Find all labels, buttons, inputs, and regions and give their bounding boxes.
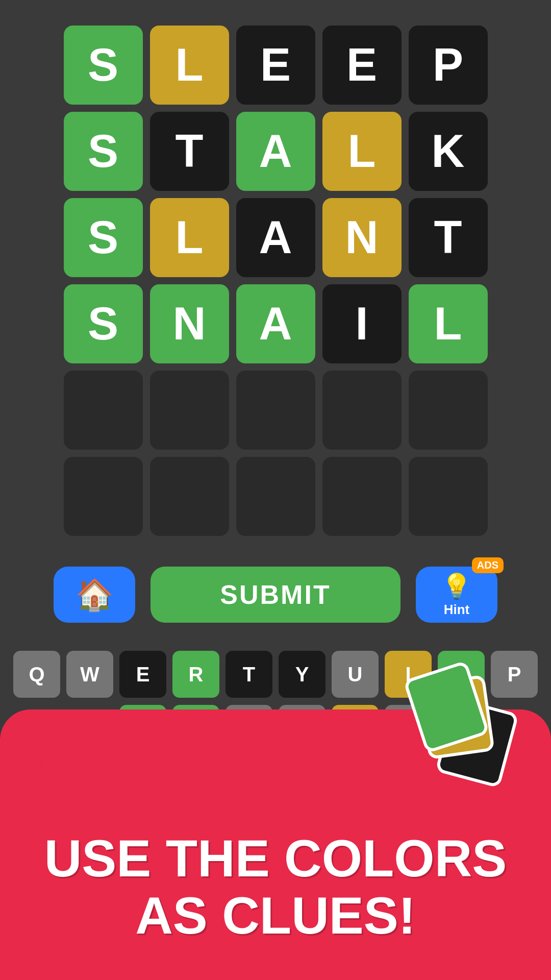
promo-text: USE THE COLORS AS CLUES!: [44, 830, 507, 944]
tile-6-5: [409, 457, 488, 536]
tile-3-5: T: [409, 198, 488, 277]
submit-label: SUBMIT: [220, 579, 331, 610]
promo-line1: USE THE COLORS: [44, 829, 507, 888]
tile-4-5: L: [409, 284, 488, 363]
grid-row-4: S N A I L: [64, 284, 488, 363]
tile-1-5: P: [409, 26, 488, 105]
card-stack-decoration: [408, 669, 510, 781]
bottom-promo: USE THE COLORS AS CLUES!: [0, 709, 551, 980]
tile-1-1: S: [64, 26, 143, 105]
grid-row-1: S L E E P: [64, 26, 488, 105]
tile-6-3: [236, 457, 315, 536]
grid-row-5: [64, 371, 488, 450]
tile-5-3: [236, 371, 315, 450]
promo-line2: AS CLUES!: [135, 887, 416, 945]
bulb-icon: 💡: [441, 572, 472, 601]
submit-button[interactable]: SUBMIT: [151, 567, 400, 623]
grid-row-3: S L A N T: [64, 198, 488, 277]
hint-label: Hint: [444, 602, 470, 618]
tile-1-3: E: [236, 26, 315, 105]
tile-5-5: [409, 371, 488, 450]
key-U[interactable]: U: [332, 651, 379, 698]
tile-1-4: E: [322, 26, 402, 105]
tile-6-4: [322, 457, 402, 536]
ads-badge: ADS: [472, 557, 504, 573]
tile-4-2: N: [150, 284, 229, 363]
tile-2-3: A: [236, 112, 315, 191]
key-Y[interactable]: Y: [279, 651, 325, 698]
key-W[interactable]: W: [66, 651, 113, 698]
tile-3-1: S: [64, 198, 143, 277]
tile-5-1: [64, 371, 143, 450]
tile-3-4: N: [322, 198, 402, 277]
key-T[interactable]: T: [226, 651, 272, 698]
tile-3-2: L: [150, 198, 229, 277]
tile-4-4: I: [322, 284, 402, 363]
key-E[interactable]: E: [119, 651, 166, 698]
tile-1-2: L: [150, 26, 229, 105]
tile-2-5: K: [409, 112, 488, 191]
tile-2-1: S: [64, 112, 143, 191]
grid-row-2: S T A L K: [64, 112, 488, 191]
tile-5-2: [150, 371, 229, 450]
key-Q[interactable]: Q: [13, 651, 60, 698]
tile-4-3: A: [236, 284, 315, 363]
tile-2-2: T: [150, 112, 229, 191]
game-grid: S L E E P S T A L K S L A N T S N A I L: [0, 0, 551, 536]
home-button[interactable]: 🏠: [54, 567, 135, 623]
tile-2-4: L: [322, 112, 402, 191]
key-R[interactable]: R: [172, 651, 219, 698]
tile-6-2: [150, 457, 229, 536]
tile-3-3: A: [236, 198, 315, 277]
home-icon: 🏠: [76, 577, 114, 613]
grid-row-6: [64, 457, 488, 536]
tile-4-1: S: [64, 284, 143, 363]
action-bar: 🏠 SUBMIT ADS 💡 Hint: [0, 567, 551, 623]
tile-6-1: [64, 457, 143, 536]
tile-5-4: [322, 371, 402, 450]
red-circle-decoration: [0, 735, 41, 791]
hint-button[interactable]: ADS 💡 Hint: [416, 567, 497, 623]
